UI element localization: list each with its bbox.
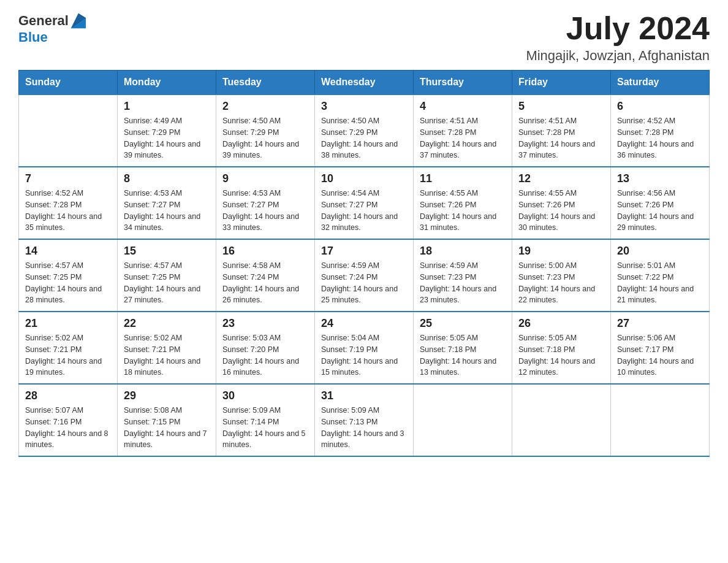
- day-info: Sunrise: 4:49 AMSunset: 7:29 PMDaylight:…: [124, 115, 210, 161]
- day-number: 15: [124, 245, 210, 258]
- day-number: 1: [124, 100, 210, 113]
- logo-text-general: General: [18, 13, 69, 29]
- logo-text-blue: Blue: [18, 29, 48, 45]
- day-info: Sunrise: 5:01 AMSunset: 7:22 PMDaylight:…: [617, 260, 703, 306]
- day-info: Sunrise: 4:54 AMSunset: 7:27 PMDaylight:…: [321, 188, 407, 234]
- calendar-cell: 27Sunrise: 5:06 AMSunset: 7:17 PMDayligh…: [611, 312, 710, 384]
- calendar-cell: 21Sunrise: 5:02 AMSunset: 7:21 PMDayligh…: [19, 312, 118, 384]
- day-info: Sunrise: 4:52 AMSunset: 7:28 PMDaylight:…: [617, 115, 703, 161]
- day-number: 27: [617, 317, 703, 330]
- day-number: 3: [321, 100, 407, 113]
- calendar-cell: 8Sunrise: 4:53 AMSunset: 7:27 PMDaylight…: [118, 167, 216, 239]
- location-subtitle: Mingajik, Jowzjan, Afghanistan: [526, 48, 710, 64]
- day-number: 14: [25, 245, 111, 258]
- calendar-cell: 16Sunrise: 4:58 AMSunset: 7:24 PMDayligh…: [216, 239, 315, 312]
- day-number: 12: [518, 172, 604, 185]
- column-header-monday: Monday: [118, 71, 216, 95]
- day-info: Sunrise: 5:07 AMSunset: 7:16 PMDaylight:…: [25, 405, 111, 451]
- calendar-header-row: SundayMondayTuesdayWednesdayThursdayFrid…: [19, 71, 710, 95]
- calendar-cell: 10Sunrise: 4:54 AMSunset: 7:27 PMDayligh…: [315, 167, 414, 239]
- day-number: 29: [124, 389, 210, 402]
- calendar-cell: 29Sunrise: 5:08 AMSunset: 7:15 PMDayligh…: [118, 384, 216, 456]
- calendar-cell: 11Sunrise: 4:55 AMSunset: 7:26 PMDayligh…: [414, 167, 512, 239]
- day-info: Sunrise: 5:08 AMSunset: 7:15 PMDaylight:…: [124, 405, 210, 451]
- calendar-cell: 25Sunrise: 5:05 AMSunset: 7:18 PMDayligh…: [414, 312, 512, 384]
- calendar-week-row: 28Sunrise: 5:07 AMSunset: 7:16 PMDayligh…: [19, 384, 710, 456]
- day-number: 17: [321, 245, 407, 258]
- day-info: Sunrise: 4:51 AMSunset: 7:28 PMDaylight:…: [420, 115, 506, 161]
- day-number: 26: [518, 317, 604, 330]
- day-number: 2: [222, 100, 308, 113]
- calendar-cell: 26Sunrise: 5:05 AMSunset: 7:18 PMDayligh…: [512, 312, 611, 384]
- day-number: 16: [222, 245, 308, 258]
- calendar-cell: [611, 384, 710, 456]
- day-info: Sunrise: 5:02 AMSunset: 7:21 PMDaylight:…: [25, 332, 111, 378]
- day-info: Sunrise: 5:05 AMSunset: 7:18 PMDaylight:…: [420, 332, 506, 378]
- day-number: 28: [25, 389, 111, 402]
- day-number: 7: [25, 172, 111, 185]
- calendar-cell: 24Sunrise: 5:04 AMSunset: 7:19 PMDayligh…: [315, 312, 414, 384]
- calendar-cell: 28Sunrise: 5:07 AMSunset: 7:16 PMDayligh…: [19, 384, 118, 456]
- calendar-cell: 15Sunrise: 4:57 AMSunset: 7:25 PMDayligh…: [118, 239, 216, 312]
- calendar-cell: 20Sunrise: 5:01 AMSunset: 7:22 PMDayligh…: [611, 239, 710, 312]
- calendar-cell: 12Sunrise: 4:55 AMSunset: 7:26 PMDayligh…: [512, 167, 611, 239]
- title-section: July 2024 Mingajik, Jowzjan, Afghanistan: [526, 12, 710, 64]
- day-info: Sunrise: 4:58 AMSunset: 7:24 PMDaylight:…: [222, 260, 308, 306]
- day-info: Sunrise: 5:05 AMSunset: 7:18 PMDaylight:…: [518, 332, 604, 378]
- calendar-cell: 23Sunrise: 5:03 AMSunset: 7:20 PMDayligh…: [216, 312, 315, 384]
- day-info: Sunrise: 5:06 AMSunset: 7:17 PMDaylight:…: [617, 332, 703, 378]
- calendar-cell: 2Sunrise: 4:50 AMSunset: 7:29 PMDaylight…: [216, 94, 315, 167]
- day-info: Sunrise: 4:55 AMSunset: 7:26 PMDaylight:…: [420, 188, 506, 234]
- day-info: Sunrise: 5:03 AMSunset: 7:20 PMDaylight:…: [222, 332, 308, 378]
- calendar-cell: 9Sunrise: 4:53 AMSunset: 7:27 PMDaylight…: [216, 167, 315, 239]
- day-info: Sunrise: 4:59 AMSunset: 7:23 PMDaylight:…: [420, 260, 506, 306]
- day-info: Sunrise: 4:51 AMSunset: 7:28 PMDaylight:…: [518, 115, 604, 161]
- calendar-cell: 6Sunrise: 4:52 AMSunset: 7:28 PMDaylight…: [611, 94, 710, 167]
- day-info: Sunrise: 4:53 AMSunset: 7:27 PMDaylight:…: [222, 188, 308, 234]
- calendar-cell: 17Sunrise: 4:59 AMSunset: 7:24 PMDayligh…: [315, 239, 414, 312]
- calendar-cell: 4Sunrise: 4:51 AMSunset: 7:28 PMDaylight…: [414, 94, 512, 167]
- day-info: Sunrise: 4:53 AMSunset: 7:27 PMDaylight:…: [124, 188, 210, 234]
- day-info: Sunrise: 5:00 AMSunset: 7:23 PMDaylight:…: [518, 260, 604, 306]
- calendar-cell: 22Sunrise: 5:02 AMSunset: 7:21 PMDayligh…: [118, 312, 216, 384]
- day-info: Sunrise: 4:57 AMSunset: 7:25 PMDaylight:…: [25, 260, 111, 306]
- calendar-week-row: 7Sunrise: 4:52 AMSunset: 7:28 PMDaylight…: [19, 167, 710, 239]
- calendar-week-row: 14Sunrise: 4:57 AMSunset: 7:25 PMDayligh…: [19, 239, 710, 312]
- day-info: Sunrise: 4:50 AMSunset: 7:29 PMDaylight:…: [222, 115, 308, 161]
- day-number: 6: [617, 100, 703, 113]
- calendar-table: SundayMondayTuesdayWednesdayThursdayFrid…: [18, 70, 710, 457]
- day-number: 30: [222, 389, 308, 402]
- day-number: 23: [222, 317, 308, 330]
- logo: General Blue: [18, 12, 87, 45]
- day-number: 11: [420, 172, 506, 185]
- calendar-week-row: 21Sunrise: 5:02 AMSunset: 7:21 PMDayligh…: [19, 312, 710, 384]
- day-number: 31: [321, 389, 407, 402]
- calendar-cell: [19, 94, 118, 167]
- day-info: Sunrise: 4:52 AMSunset: 7:28 PMDaylight:…: [25, 188, 111, 234]
- day-number: 10: [321, 172, 407, 185]
- column-header-saturday: Saturday: [611, 71, 710, 95]
- calendar-cell: [512, 384, 611, 456]
- day-info: Sunrise: 4:57 AMSunset: 7:25 PMDaylight:…: [124, 260, 210, 306]
- day-number: 9: [222, 172, 308, 185]
- calendar-cell: 19Sunrise: 5:00 AMSunset: 7:23 PMDayligh…: [512, 239, 611, 312]
- column-header-friday: Friday: [512, 71, 611, 95]
- column-header-thursday: Thursday: [414, 71, 512, 95]
- day-number: 8: [124, 172, 210, 185]
- day-number: 25: [420, 317, 506, 330]
- column-header-wednesday: Wednesday: [315, 71, 414, 95]
- calendar-week-row: 1Sunrise: 4:49 AMSunset: 7:29 PMDaylight…: [19, 94, 710, 167]
- day-info: Sunrise: 4:59 AMSunset: 7:24 PMDaylight:…: [321, 260, 407, 306]
- calendar-cell: 31Sunrise: 5:09 AMSunset: 7:13 PMDayligh…: [315, 384, 414, 456]
- page-header: General Blue July 2024 Mingajik, Jowzjan…: [18, 12, 710, 64]
- calendar-cell: 1Sunrise: 4:49 AMSunset: 7:29 PMDaylight…: [118, 94, 216, 167]
- day-number: 20: [617, 245, 703, 258]
- day-number: 4: [420, 100, 506, 113]
- calendar-cell: 7Sunrise: 4:52 AMSunset: 7:28 PMDaylight…: [19, 167, 118, 239]
- calendar-cell: 14Sunrise: 4:57 AMSunset: 7:25 PMDayligh…: [19, 239, 118, 312]
- day-info: Sunrise: 4:56 AMSunset: 7:26 PMDaylight:…: [617, 188, 703, 234]
- calendar-cell: 18Sunrise: 4:59 AMSunset: 7:23 PMDayligh…: [414, 239, 512, 312]
- day-number: 5: [518, 100, 604, 113]
- day-info: Sunrise: 5:09 AMSunset: 7:13 PMDaylight:…: [321, 405, 407, 451]
- column-header-tuesday: Tuesday: [216, 71, 315, 95]
